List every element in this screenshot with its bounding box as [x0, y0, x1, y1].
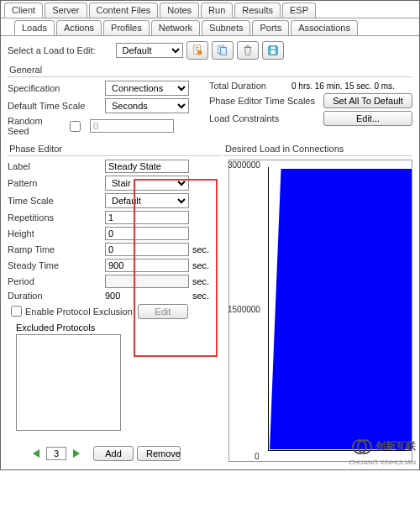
load-constraints-edit-button[interactable]: Edit...: [323, 111, 412, 126]
ramp-label: Ramp Time: [8, 244, 105, 254]
next-arrow-icon[interactable]: [73, 449, 80, 458]
dts-label: Default Time Scale: [8, 101, 105, 111]
duration-label: Duration: [8, 291, 105, 301]
copy-load-button[interactable]: [212, 41, 234, 60]
dts-select[interactable]: Seconds: [105, 98, 189, 113]
tab-network[interactable]: Network: [151, 20, 200, 35]
pattern-label: Pattern: [8, 178, 105, 188]
tab-subnets[interactable]: Subnets: [202, 20, 250, 35]
seed-label: Random Seed: [8, 116, 66, 136]
tab-associations[interactable]: Associations: [291, 20, 358, 35]
desired-load-title: Desired Load in Connections: [223, 142, 412, 156]
timescale-label: Time Scale: [8, 196, 105, 206]
ramp-unit: sec.: [192, 244, 209, 254]
new-load-button[interactable]: [186, 41, 208, 60]
watermark-logo-icon: [351, 436, 373, 458]
spec-label: Specification: [8, 83, 105, 93]
excluded-protocols-label: Excluded Protocols: [16, 322, 95, 333]
duration-value: 900: [105, 291, 189, 301]
general-title: General: [8, 63, 412, 77]
phase-editor-title: Phase Editor: [8, 142, 222, 156]
tab-content-files[interactable]: Content Files: [89, 3, 159, 18]
timescale-select[interactable]: Default: [105, 193, 189, 208]
total-duration-label: Total Duration: [209, 81, 285, 91]
seed-checkbox[interactable]: [70, 121, 81, 132]
document-icon: [192, 45, 203, 56]
epe-checkbox[interactable]: [11, 306, 22, 317]
add-button[interactable]: Add: [93, 446, 134, 461]
copy-icon: [217, 45, 228, 56]
remove-button[interactable]: Remove: [137, 446, 181, 461]
y-tick-zero: 0: [255, 452, 260, 461]
label-input[interactable]: [105, 160, 189, 173]
pattern-select[interactable]: Stair: [105, 176, 189, 191]
delete-load-button[interactable]: [237, 41, 259, 60]
y-tick-mid: 1500000: [228, 305, 260, 314]
tab-run[interactable]: Run: [201, 3, 233, 18]
ramp-input[interactable]: [105, 243, 189, 256]
watermark: 创新互联 CHUANG XINHULIAN: [349, 436, 416, 466]
repetitions-label: Repetitions: [8, 212, 105, 223]
seed-input[interactable]: [90, 119, 174, 133]
total-duration-value: 0 hrs. 16 min. 15 sec. 0 ms.: [291, 81, 395, 91]
svg-point-1: [197, 50, 201, 54]
load-chart: 3000000 1500000 0: [228, 160, 412, 462]
height-input[interactable]: [105, 227, 189, 240]
pets-label: Phase Editor Time Scales: [209, 96, 318, 106]
period-label: Period: [8, 276, 105, 286]
tab-results[interactable]: Results: [234, 3, 281, 18]
save-icon: [267, 45, 279, 56]
tab-actions[interactable]: Actions: [56, 20, 102, 35]
save-load-button[interactable]: [262, 41, 284, 60]
trash-icon: [242, 45, 254, 56]
height-label: Height: [8, 228, 105, 239]
tab-profiles[interactable]: Profiles: [103, 20, 150, 35]
prev-arrow-icon[interactable]: [33, 449, 39, 458]
sub-tabs: Loads Actions Profiles Network Subnets P…: [1, 18, 419, 35]
tab-notes[interactable]: Notes: [160, 3, 199, 18]
excluded-protocols-list[interactable]: [16, 334, 121, 431]
y-tick-top: 3000000: [228, 160, 260, 170]
tab-server[interactable]: Server: [45, 3, 87, 18]
steady-input[interactable]: [105, 259, 189, 272]
repetitions-input[interactable]: [105, 211, 189, 224]
steady-unit: sec.: [192, 260, 209, 270]
select-load-label: Select a Load to Edit:: [8, 45, 96, 55]
spec-select[interactable]: Connections: [105, 81, 189, 96]
svg-rect-6: [270, 47, 275, 50]
watermark-brand: 创新互联: [375, 440, 416, 452]
period-input: [105, 275, 189, 288]
lc-label: Load Constraints: [209, 113, 318, 123]
svg-rect-3: [220, 48, 226, 55]
duration-unit: sec.: [192, 291, 209, 301]
epe-edit-button: Edit: [138, 304, 188, 319]
label-label: Label: [8, 161, 105, 171]
tab-ports[interactable]: Ports: [252, 20, 289, 35]
svg-rect-5: [270, 50, 275, 54]
watermark-sub: CHUANG XINHULIAN: [349, 459, 416, 466]
epe-label: Enable Protocol Exclusion: [25, 307, 133, 317]
tab-esp[interactable]: ESP: [282, 3, 316, 18]
tab-loads[interactable]: Loads: [14, 20, 55, 35]
steady-label: Steady Time: [8, 260, 105, 270]
phase-index-input[interactable]: [46, 447, 66, 460]
main-tabs: Client Server Content Files Notes Run Re…: [1, 1, 419, 18]
tab-client[interactable]: Client: [4, 3, 43, 18]
set-all-to-default-button[interactable]: Set All To Default: [323, 93, 412, 108]
load-select[interactable]: Default: [116, 43, 183, 58]
period-unit: sec.: [192, 276, 209, 286]
